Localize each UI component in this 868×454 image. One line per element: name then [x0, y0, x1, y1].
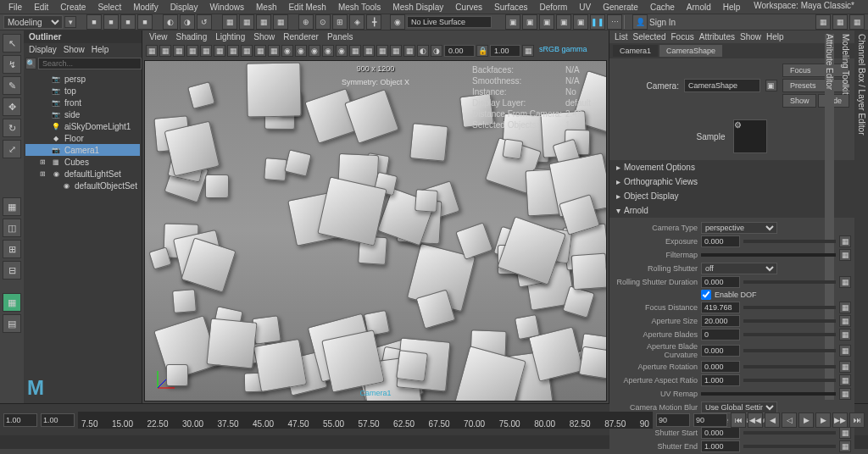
- render-icon[interactable]: ⋯: [607, 14, 622, 30]
- vp-icon[interactable]: ◉: [336, 45, 348, 57]
- layout-tool-icon[interactable]: ⊞: [3, 240, 21, 258]
- attr-menu[interactable]: Help: [766, 32, 784, 42]
- tab-channelbox[interactable]: Channel Box / Layer Editor: [857, 34, 866, 400]
- next-key-icon[interactable]: ▶: [815, 412, 831, 428]
- map-icon[interactable]: ▦: [839, 440, 851, 452]
- vp-icon[interactable]: ▦: [200, 45, 212, 57]
- layout-tool-icon[interactable]: ◫: [3, 219, 21, 237]
- prop-input[interactable]: [701, 345, 740, 357]
- vp-icon[interactable]: ▦: [159, 45, 171, 57]
- vp-icon[interactable]: ◉: [281, 45, 293, 57]
- shelf-icon[interactable]: ■: [103, 14, 119, 30]
- layout-icon[interactable]: ▦: [832, 14, 848, 30]
- menu-surfaces[interactable]: Surfaces: [489, 3, 532, 12]
- vp-icon[interactable]: ▦: [254, 45, 266, 57]
- shelf-icon[interactable]: ◐: [163, 14, 178, 30]
- snap-icon[interactable]: ╋: [366, 14, 381, 30]
- prop-select[interactable]: perspective: [701, 222, 777, 234]
- signin-label[interactable]: Sign In: [649, 18, 676, 27]
- shelf-icon[interactable]: ▦: [256, 14, 271, 30]
- attr-menu[interactable]: Attributes: [699, 32, 735, 42]
- shelf-icon[interactable]: ▦: [239, 14, 254, 30]
- vp-menu[interactable]: Renderer: [283, 32, 319, 42]
- vp-icon[interactable]: ▦: [146, 45, 158, 57]
- prop-input[interactable]: [701, 374, 740, 386]
- presets-button[interactable]: Presets: [782, 79, 849, 92]
- scale-tool-icon[interactable]: ⤢: [3, 140, 21, 158]
- shelf-icon[interactable]: ■: [86, 14, 102, 30]
- vp-icon[interactable]: ▦: [173, 45, 185, 57]
- render-icon[interactable]: ▣: [522, 14, 537, 30]
- vp-menu[interactable]: Show: [253, 32, 275, 42]
- attr-menu[interactable]: Selected: [633, 32, 666, 42]
- prev-key-icon[interactable]: ◀: [765, 412, 780, 428]
- vp-icon[interactable]: ▦: [241, 45, 253, 57]
- render-icon[interactable]: ▣: [556, 14, 571, 30]
- prop-slider[interactable]: [743, 431, 836, 435]
- menu-generate[interactable]: Generate: [598, 3, 643, 12]
- layout-icon[interactable]: ▦: [849, 14, 865, 30]
- menu-curves[interactable]: Curves: [450, 3, 487, 12]
- camera-name-input[interactable]: [684, 79, 760, 92]
- shelf-icon[interactable]: ▦: [273, 14, 288, 30]
- menu-arnold[interactable]: Arnold: [682, 3, 716, 12]
- prop-slider[interactable]: [743, 349, 836, 352]
- menu-edit[interactable]: Edit: [29, 3, 53, 12]
- mode-select[interactable]: Modeling: [3, 15, 63, 29]
- vp-icon[interactable]: ▦: [390, 45, 402, 57]
- menu-mesh-tools[interactable]: Mesh Tools: [333, 3, 386, 12]
- show-button[interactable]: Show: [782, 94, 817, 108]
- attr-menu[interactable]: Focus: [670, 32, 693, 42]
- menu-edit-mesh[interactable]: Edit Mesh: [283, 3, 331, 12]
- prop-input[interactable]: [701, 315, 740, 327]
- prop-slider[interactable]: [743, 280, 836, 284]
- vp-num-field[interactable]: [490, 45, 520, 57]
- outliner-item[interactable]: 📷side: [25, 108, 140, 120]
- render-icon[interactable]: ▣: [505, 14, 520, 30]
- vp-icon[interactable]: ▦: [522, 45, 534, 57]
- prop-input[interactable]: [701, 276, 740, 288]
- outliner-item[interactable]: ◉defaultObjectSet: [25, 180, 140, 191]
- prop-slider[interactable]: [743, 365, 836, 368]
- outliner-item[interactable]: 📷front: [25, 97, 140, 108]
- layout-tool-icon[interactable]: ▤: [3, 314, 21, 333]
- vp-menu[interactable]: View: [149, 32, 168, 42]
- vp-icon[interactable]: ▦: [363, 45, 375, 57]
- outliner-item[interactable]: 📷Camera1: [25, 144, 140, 156]
- menu-file[interactable]: File: [3, 3, 27, 12]
- shelf-icon[interactable]: ◑: [180, 14, 195, 30]
- forward-end-icon[interactable]: ⏭: [849, 412, 865, 428]
- tab-camerashape[interactable]: CameraShape: [659, 45, 722, 57]
- menu-deform[interactable]: Deform: [535, 3, 573, 12]
- render-icon[interactable]: ❚❚: [590, 14, 605, 30]
- attr-menu[interactable]: Show: [740, 32, 761, 42]
- rewind-icon[interactable]: ⏮: [731, 412, 746, 428]
- time-slider[interactable]: 7.5015.0022.5030.0037.5045.0047.5055.005…: [78, 412, 653, 429]
- play-icon[interactable]: ▶: [798, 412, 814, 428]
- rotate-tool-icon[interactable]: ↻: [3, 119, 21, 137]
- map-icon[interactable]: ▦: [839, 427, 851, 439]
- menu-display[interactable]: Display: [165, 3, 203, 12]
- render-icon[interactable]: ▣: [573, 14, 588, 30]
- prop-input[interactable]: [701, 302, 740, 313]
- prop-slider[interactable]: [743, 319, 836, 323]
- menu-windows[interactable]: Windows: [204, 3, 249, 12]
- search-icon[interactable]: 🔍: [25, 58, 36, 69]
- section-movement[interactable]: ▸ Movement Options: [609, 160, 854, 174]
- shelf-icon[interactable]: ▦: [222, 14, 237, 30]
- tab-camera1[interactable]: Camera1: [613, 45, 658, 57]
- end-frame-input[interactable]: [656, 413, 690, 427]
- snap-icon[interactable]: ⊞: [332, 14, 348, 30]
- outliner-item[interactable]: ⊞▦Cubes: [25, 156, 140, 168]
- vp-icon[interactable]: ▦: [349, 45, 361, 57]
- snap-icon[interactable]: ◈: [349, 14, 364, 30]
- outliner-menu[interactable]: Show: [64, 45, 85, 54]
- vp-icon[interactable]: ▦: [268, 45, 280, 57]
- prop-checkbox[interactable]: [701, 290, 711, 300]
- colorspace-label[interactable]: sRGB gamma: [536, 45, 591, 57]
- lock-icon[interactable]: 🔒: [476, 45, 488, 57]
- layout-tool-icon[interactable]: ⊟: [3, 261, 21, 280]
- menu-create[interactable]: Create: [55, 3, 91, 12]
- range-start-input[interactable]: [3, 413, 37, 427]
- play-back-icon[interactable]: ◁: [782, 412, 797, 428]
